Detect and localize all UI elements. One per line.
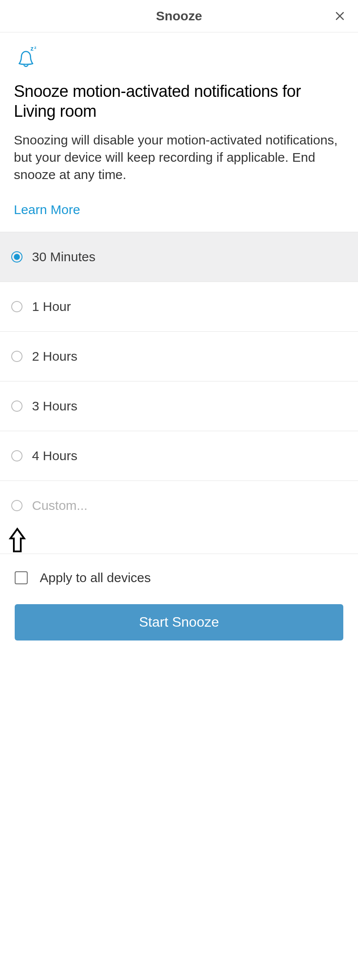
apply-all-label: Apply to all devices xyxy=(40,570,151,585)
radio-icon xyxy=(11,351,22,362)
intro-title: Snooze motion-activated notifications fo… xyxy=(14,82,344,121)
option-label: 2 Hours xyxy=(32,349,77,364)
option-label: Custom... xyxy=(32,498,87,513)
intro-section: z z Snooze motion-activated notification… xyxy=(0,32,358,232)
close-button[interactable] xyxy=(334,10,346,22)
svg-text:z: z xyxy=(31,45,34,52)
section-divider xyxy=(0,531,358,554)
learn-more-link[interactable]: Learn More xyxy=(14,202,344,217)
option-4-hours[interactable]: 4 Hours xyxy=(0,431,358,481)
option-custom[interactable]: Custom... xyxy=(0,481,358,531)
radio-icon xyxy=(11,400,22,412)
start-snooze-button[interactable]: Start Snooze xyxy=(15,604,343,641)
header: Snooze xyxy=(0,0,358,32)
option-2-hours[interactable]: 2 Hours xyxy=(0,332,358,381)
page-title: Snooze xyxy=(156,9,202,23)
radio-icon xyxy=(11,251,22,263)
radio-icon xyxy=(11,500,22,511)
option-1-hour[interactable]: 1 Hour xyxy=(0,282,358,332)
option-3-hours[interactable]: 3 Hours xyxy=(0,381,358,431)
intro-description: Snoozing will disable your motion-activa… xyxy=(14,131,344,183)
option-30-minutes[interactable]: 30 Minutes xyxy=(0,232,358,282)
snooze-bell-icon: z z xyxy=(14,45,38,70)
checkbox-icon[interactable] xyxy=(15,571,28,584)
svg-text:z: z xyxy=(34,45,36,50)
option-label: 1 Hour xyxy=(32,299,71,314)
option-label: 3 Hours xyxy=(32,399,77,413)
radio-icon xyxy=(11,301,22,312)
duration-options-list: 30 Minutes 1 Hour 2 Hours 3 Hours 4 Hour… xyxy=(0,232,358,531)
close-icon xyxy=(335,11,345,21)
radio-icon xyxy=(11,450,22,461)
apply-all-row[interactable]: Apply to all devices xyxy=(0,554,358,602)
option-label: 30 Minutes xyxy=(32,250,96,264)
option-label: 4 Hours xyxy=(32,448,77,463)
